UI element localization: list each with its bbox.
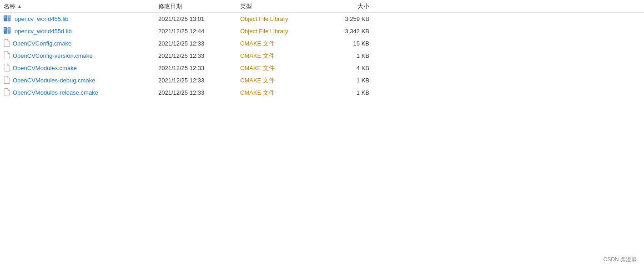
file-name-text: OpenCVConfig.cmake bbox=[13, 40, 71, 47]
file-name-cell: opencv_world455d.lib bbox=[0, 25, 155, 37]
svg-rect-15 bbox=[8, 30, 10, 30]
file-explorer: 名称 ▲ 修改日期 类型 大小 bbox=[0, 0, 644, 269]
file-date-cell: 2021/12/25 12:33 bbox=[155, 37, 236, 50]
file-date-cell: 2021/12/25 12:33 bbox=[155, 86, 236, 99]
file-size-cell: 1 KB bbox=[318, 50, 373, 62]
file-type-cell: CMAKE 文件 bbox=[236, 62, 318, 74]
generic-file-icon bbox=[4, 51, 10, 61]
file-name-text: opencv_world455d.lib bbox=[15, 28, 72, 35]
file-list: opencv_world455.lib2021/12/25 13:01Objec… bbox=[0, 13, 644, 99]
file-size-cell: 4 KB bbox=[318, 62, 373, 74]
svg-rect-2 bbox=[4, 17, 6, 17]
table-row[interactable]: OpenCVConfig-version.cmake2021/12/25 12:… bbox=[0, 50, 644, 62]
file-name-text: OpenCVConfig-version.cmake bbox=[13, 52, 93, 59]
table-header: 名称 ▲ 修改日期 类型 大小 bbox=[0, 0, 644, 13]
sort-arrow-icon: ▲ bbox=[17, 4, 22, 9]
file-name-cell: OpenCVModules-release.cmake bbox=[0, 86, 155, 99]
file-date-cell: 2021/12/25 12:33 bbox=[155, 50, 236, 62]
table-row[interactable]: OpenCVModules-release.cmake2021/12/25 12… bbox=[0, 86, 644, 99]
col-header-date[interactable]: 修改日期 bbox=[155, 2, 236, 10]
svg-rect-1 bbox=[4, 15, 6, 16]
svg-rect-11 bbox=[4, 30, 6, 30]
generic-file-icon bbox=[4, 39, 10, 48]
svg-rect-7 bbox=[8, 18, 10, 18]
file-name-text: opencv_world455.lib bbox=[15, 15, 69, 22]
file-type-cell: CMAKE 文件 bbox=[236, 86, 318, 99]
file-size-cell: 15 KB bbox=[318, 37, 373, 50]
table-row[interactable]: OpenCVModules-debug.cmake2021/12/25 12:3… bbox=[0, 74, 644, 86]
svg-rect-5 bbox=[8, 15, 10, 16]
svg-rect-10 bbox=[4, 29, 6, 30]
file-type-cell: CMAKE 文件 bbox=[236, 37, 318, 50]
lib-file-icon bbox=[4, 15, 12, 23]
watermark: CSDN @澄淼 bbox=[603, 256, 637, 264]
svg-rect-13 bbox=[8, 28, 10, 29]
file-type-cell: Object File Library bbox=[236, 13, 318, 25]
file-type-cell: Object File Library bbox=[236, 25, 318, 37]
col-header-name[interactable]: 名称 ▲ bbox=[0, 2, 155, 10]
file-type-cell: CMAKE 文件 bbox=[236, 50, 318, 62]
file-name-text: OpenCVModules-release.cmake bbox=[13, 89, 98, 96]
file-date-cell: 2021/12/25 12:33 bbox=[155, 62, 236, 74]
file-size-cell: 1 KB bbox=[318, 86, 373, 99]
file-type-cell: CMAKE 文件 bbox=[236, 74, 318, 86]
svg-rect-9 bbox=[4, 28, 6, 29]
file-name-cell: opencv_world455.lib bbox=[0, 13, 155, 25]
file-name-text: OpenCVModules.cmake bbox=[13, 65, 77, 71]
file-date-cell: 2021/12/25 12:33 bbox=[155, 74, 236, 86]
file-size-cell: 3,342 KB bbox=[318, 25, 373, 37]
table-row[interactable]: OpenCVConfig.cmake2021/12/25 12:33CMAKE … bbox=[0, 37, 644, 50]
svg-rect-14 bbox=[8, 29, 10, 30]
lib-file-icon bbox=[4, 27, 12, 36]
table-row[interactable]: opencv_world455.lib2021/12/25 13:01Objec… bbox=[0, 13, 644, 25]
file-table: 名称 ▲ 修改日期 类型 大小 bbox=[0, 0, 644, 99]
svg-rect-3 bbox=[4, 18, 6, 18]
file-date-cell: 2021/12/25 12:44 bbox=[155, 25, 236, 37]
table-row[interactable]: opencv_world455d.lib2021/12/25 12:44Obje… bbox=[0, 25, 644, 37]
file-name-cell: OpenCVModules.cmake bbox=[0, 62, 155, 74]
generic-file-icon bbox=[4, 64, 10, 73]
file-name-text: OpenCVModules-debug.cmake bbox=[13, 77, 95, 84]
file-size-cell: 1 KB bbox=[318, 74, 373, 86]
col-header-type[interactable]: 类型 bbox=[236, 2, 318, 10]
file-name-cell: OpenCVConfig-version.cmake bbox=[0, 50, 155, 62]
file-size-cell: 3,259 KB bbox=[318, 13, 373, 25]
col-header-size[interactable]: 大小 bbox=[318, 2, 373, 10]
generic-file-icon bbox=[4, 88, 10, 97]
empty-area bbox=[0, 99, 644, 267]
file-name-cell: OpenCVModules-debug.cmake bbox=[0, 74, 155, 86]
generic-file-icon bbox=[4, 76, 10, 85]
file-name-cell: OpenCVConfig.cmake bbox=[0, 37, 155, 50]
file-date-cell: 2021/12/25 13:01 bbox=[155, 13, 236, 25]
table-row[interactable]: OpenCVModules.cmake2021/12/25 12:33CMAKE… bbox=[0, 62, 644, 74]
svg-rect-6 bbox=[8, 17, 10, 17]
